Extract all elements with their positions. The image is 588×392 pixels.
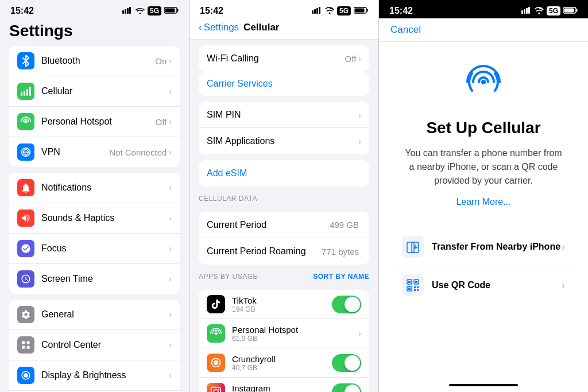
chevron-icon: › <box>169 56 172 65</box>
settings-row-cellular[interactable]: Cellular › <box>9 76 180 107</box>
sim-apps-label: SIM Applications <box>207 136 358 146</box>
status-icons-setup: 5G <box>521 6 578 15</box>
setup-option-qrcode[interactable]: Use QR Code › <box>393 266 574 304</box>
svg-rect-53 <box>417 289 419 291</box>
signal-icon-2 <box>312 7 322 15</box>
chevron-icon: › <box>358 329 361 338</box>
vpn-label: VPN <box>41 147 109 157</box>
tiktok-icon <box>207 295 225 313</box>
signal-icon <box>122 7 133 15</box>
cellular-data-label: CELLULAR DATA <box>189 187 378 206</box>
wifi-icon-3 <box>535 7 544 15</box>
settings-row-vpn[interactable]: VPN Not Connected › <box>9 137 180 167</box>
hotspot-value: Off <box>156 117 167 127</box>
display-icon <box>17 367 34 384</box>
app-row-crunchyroll[interactable]: Crunchyroll 40,7 GB <box>199 348 369 378</box>
5g-badge-3: 5G <box>547 6 560 15</box>
add-esim-group: Add eSIM <box>199 160 369 187</box>
tiktok-toggle[interactable] <box>332 296 361 313</box>
settings-row-hotspot[interactable]: Personal Hotspot Off › <box>9 107 180 137</box>
roaming-row[interactable]: Current Period Roaming 771 bytes <box>199 238 369 265</box>
app-row-hotspot[interactable]: Personal Hotspot 61,9 GB › <box>199 319 369 348</box>
settings-title: Settings <box>0 18 189 46</box>
settings-row-general[interactable]: General › <box>9 300 180 330</box>
learn-more-link[interactable]: Learn More... <box>456 197 510 207</box>
crunchyroll-info: Crunchyroll 40,7 GB <box>232 354 332 372</box>
qr-icon <box>402 274 424 296</box>
chevron-icon: › <box>169 214 172 223</box>
settings-row-display[interactable]: Display & Brightness › <box>9 360 180 391</box>
notifications-icon <box>17 179 34 196</box>
focus-icon <box>17 240 34 257</box>
svg-rect-37 <box>528 7 530 14</box>
bluetooth-value: On <box>155 56 167 66</box>
current-period-row[interactable]: Current Period 499 GB <box>199 212 369 238</box>
svg-rect-14 <box>27 341 30 344</box>
settings-panel: 15:42 5G Settings Bluetooth On › <box>0 0 189 392</box>
back-chevron-icon: ‹ <box>199 22 202 33</box>
hotspot-icon <box>17 113 34 130</box>
controlcenter-label: Control Center <box>41 340 169 350</box>
chevron-icon: › <box>169 371 172 380</box>
svg-point-29 <box>214 390 218 392</box>
svg-rect-9 <box>26 89 28 96</box>
settings-group-notifications: Notifications › Sounds & Haptics › Focus… <box>9 173 180 294</box>
svg-rect-23 <box>367 9 368 11</box>
chevron-icon: › <box>169 148 172 157</box>
current-period-label: Current Period <box>207 220 330 230</box>
chevron-icon: › <box>169 274 172 284</box>
svg-rect-24 <box>355 8 365 12</box>
chevron-icon: › <box>358 137 361 146</box>
crunchyroll-size: 40,7 GB <box>232 364 332 372</box>
chevron-icon: › <box>358 110 361 119</box>
sim-pin-row[interactable]: SIM PIN › <box>199 102 369 128</box>
cancel-button[interactable]: Cancel <box>379 18 588 41</box>
settings-row-bluetooth[interactable]: Bluetooth On › <box>9 46 180 76</box>
svg-rect-47 <box>408 281 411 283</box>
settings-row-notifications[interactable]: Notifications › <box>9 173 180 203</box>
time-cellular: 15:42 <box>200 6 223 16</box>
cellular-title: Cellular <box>243 22 279 33</box>
back-label: Settings <box>204 22 239 33</box>
svg-rect-15 <box>22 346 25 349</box>
chevron-icon: › <box>169 87 172 96</box>
screentime-icon <box>17 270 34 288</box>
settings-row-sounds[interactable]: Sounds & Haptics › <box>9 203 180 234</box>
settings-group-general: General › Control Center › Display & Bri… <box>9 300 180 392</box>
wifi-calling-row[interactable]: Wi-Fi Calling Off › <box>199 45 369 72</box>
carrier-services-label: Carrier Services <box>207 79 273 88</box>
settings-row-focus[interactable]: Focus › <box>9 234 180 264</box>
crunchyroll-toggle[interactable] <box>332 354 361 372</box>
time-setup: 15:42 <box>389 6 413 16</box>
svg-rect-19 <box>314 9 316 14</box>
battery-icon-2 <box>354 7 368 15</box>
app-row-tiktok[interactable]: TikTok 194 GB <box>199 290 369 319</box>
chevron-icon: › <box>169 244 172 253</box>
settings-row-controlcenter[interactable]: Control Center › <box>9 330 180 360</box>
instagram-toggle[interactable] <box>332 383 361 393</box>
hotspot-app-size: 61,9 GB <box>232 335 356 343</box>
svg-rect-0 <box>122 10 124 14</box>
sounds-icon <box>17 209 34 227</box>
add-esim-button[interactable]: Add eSIM <box>199 160 369 187</box>
carrier-services-row[interactable]: Carrier Services <box>199 72 369 96</box>
hotspot-label: Personal Hotspot <box>41 117 156 127</box>
wifi-icon-2 <box>325 7 334 15</box>
cellular-content: Wi-Fi Calling Off › Carrier Services SIM… <box>189 40 378 392</box>
settings-row-screentime[interactable]: Screen Time › <box>9 264 180 294</box>
svg-rect-50 <box>414 286 416 288</box>
app-row-instagram[interactable]: Instagram 36,8 GB <box>199 378 369 392</box>
sort-by-name-button[interactable]: SORT BY NAME <box>313 273 369 281</box>
svg-rect-52 <box>414 289 416 291</box>
setup-options-list: Transfer From Nearby iPhone › <box>393 228 574 304</box>
settings-group-connectivity: Bluetooth On › Cellular › Personal Hotsp… <box>9 46 180 167</box>
back-button[interactable]: ‹ Settings <box>199 22 239 33</box>
setup-main-content: Set Up Cellular You can transfer a phone… <box>379 42 588 372</box>
chevron-icon: › <box>562 280 565 292</box>
setup-cancel-bar: Cancel <box>379 18 588 42</box>
roaming-value: 771 bytes <box>322 247 359 257</box>
sim-apps-row[interactable]: SIM Applications › <box>199 128 369 154</box>
instagram-info: Instagram 36,8 GB <box>232 383 332 393</box>
vpn-value: Not Connected <box>109 148 167 157</box>
setup-option-transfer[interactable]: Transfer From Nearby iPhone › <box>393 228 574 266</box>
